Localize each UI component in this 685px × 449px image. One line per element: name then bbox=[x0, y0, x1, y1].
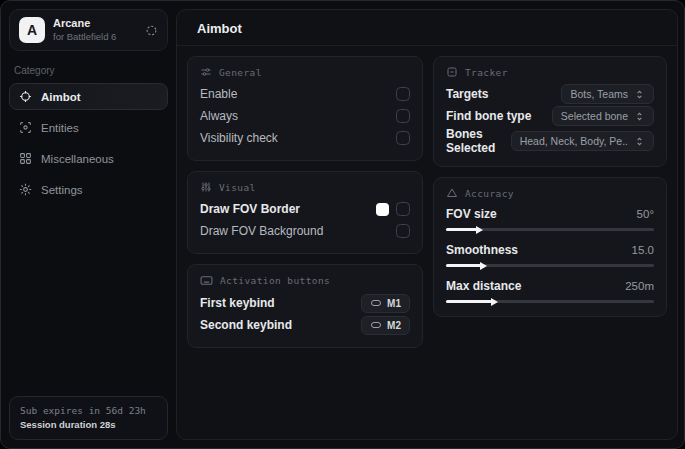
panel-header: Aimbot bbox=[177, 10, 677, 46]
smoothness-slider[interactable] bbox=[446, 264, 654, 267]
page-title: Aimbot bbox=[197, 21, 657, 36]
first-keybind-row: First keybind M1 bbox=[200, 292, 410, 314]
accuracy-card-header: Accuracy bbox=[446, 187, 654, 199]
sidebar-item-label: Entities bbox=[41, 122, 79, 134]
fov-size-label: FOV size bbox=[446, 207, 497, 221]
sidebar-item-aimbot[interactable]: Aimbot bbox=[9, 83, 168, 110]
mouse-icon bbox=[370, 319, 382, 331]
smoothness-value: 15.0 bbox=[632, 244, 654, 256]
smoothness-header: Smoothness 15.0 bbox=[446, 240, 654, 260]
second-keybind-label: Second keybind bbox=[200, 318, 292, 332]
triangle-icon bbox=[446, 187, 458, 199]
fov-size-header: FOV size 50° bbox=[446, 204, 654, 224]
max-distance-row: Max distance 250m bbox=[446, 276, 654, 303]
sidebar-spacer bbox=[9, 203, 168, 396]
fov-size-row: FOV size 50° bbox=[446, 204, 654, 231]
square-minus-icon bbox=[446, 66, 458, 78]
app-name: Arcane bbox=[53, 17, 137, 31]
draw-fov-border-checkbox[interactable] bbox=[396, 202, 410, 216]
sidebar-item-entities[interactable]: Entities bbox=[9, 114, 168, 141]
find-bone-type-row: Find bone type Selected bone bbox=[446, 105, 654, 127]
targets-row: Targets Bots, Teams bbox=[446, 83, 654, 105]
smoothness-row: Smoothness 15.0 bbox=[446, 240, 654, 267]
find-bone-type-label: Find bone type bbox=[446, 109, 531, 123]
bones-selected-value: Head, Neck, Body, Pe.. bbox=[520, 135, 628, 147]
first-keybind-value: M1 bbox=[387, 298, 401, 309]
main-panel: Aimbot General bbox=[176, 9, 678, 440]
sidebar: A Arcane for Battlefield 6 Category bbox=[1, 1, 176, 448]
enable-row: Enable bbox=[200, 83, 410, 105]
grid-icon bbox=[19, 152, 32, 165]
sub-expiry-text: Sub expires in 56d 23h bbox=[20, 404, 157, 418]
visual-card-title: Visual bbox=[219, 182, 256, 193]
find-bone-type-select[interactable]: Selected bone bbox=[552, 106, 654, 126]
max-distance-slider[interactable] bbox=[446, 300, 654, 303]
draw-fov-border-controls bbox=[376, 202, 410, 216]
column-left: General Enable Always Visibility check bbox=[187, 56, 423, 429]
enable-label: Enable bbox=[200, 87, 237, 101]
sync-icon[interactable] bbox=[145, 24, 158, 37]
second-keybind-value: M2 bbox=[387, 320, 401, 331]
targets-select[interactable]: Bots, Teams bbox=[561, 84, 654, 104]
always-row: Always bbox=[200, 105, 410, 127]
brand-card: A Arcane for Battlefield 6 bbox=[9, 9, 168, 51]
fov-size-value: 50° bbox=[637, 208, 654, 220]
enable-checkbox[interactable] bbox=[396, 87, 410, 101]
max-distance-slider-thumb[interactable] bbox=[491, 298, 498, 306]
first-keybind-label: First keybind bbox=[200, 296, 275, 310]
max-distance-header: Max distance 250m bbox=[446, 276, 654, 296]
draw-fov-background-label: Draw FOV Background bbox=[200, 224, 323, 238]
accuracy-card-title: Accuracy bbox=[465, 188, 514, 199]
subscription-card: Sub expires in 56d 23h Session duration … bbox=[9, 396, 168, 441]
visibility-check-label: Visibility check bbox=[200, 131, 278, 145]
bones-selected-row: Bones Selected Head, Neck, Body, Pe.. bbox=[446, 127, 654, 155]
max-distance-label: Max distance bbox=[446, 279, 521, 293]
draw-fov-border-label: Draw FOV Border bbox=[200, 202, 300, 216]
tracker-card-header: Tracker bbox=[446, 66, 654, 78]
always-label: Always bbox=[200, 109, 238, 123]
tracker-card: Tracker Targets Bots, Teams bbox=[433, 56, 667, 167]
draw-fov-border-row: Draw FOV Border bbox=[200, 198, 410, 220]
draw-fov-background-checkbox[interactable] bbox=[396, 224, 410, 238]
brand-text: Arcane for Battlefield 6 bbox=[53, 17, 137, 43]
always-checkbox[interactable] bbox=[396, 109, 410, 123]
fov-size-slider[interactable] bbox=[446, 228, 654, 231]
accuracy-card: Accuracy FOV size 50° bbox=[433, 177, 667, 317]
max-distance-value: 250m bbox=[625, 280, 654, 292]
fov-border-color-swatch[interactable] bbox=[376, 203, 389, 216]
bones-selected-label: Bones Selected bbox=[446, 127, 511, 155]
activation-card: Activation buttons First keybind M1 bbox=[187, 264, 423, 348]
sidebar-item-label: Aimbot bbox=[41, 91, 81, 103]
chevrons-up-down-icon bbox=[634, 136, 645, 147]
general-card: General Enable Always Visibility check bbox=[187, 56, 423, 161]
bones-selected-select[interactable]: Head, Neck, Body, Pe.. bbox=[511, 131, 654, 151]
targets-label: Targets bbox=[446, 87, 488, 101]
smoothness-label: Smoothness bbox=[446, 243, 518, 257]
smoothness-slider-thumb[interactable] bbox=[480, 262, 487, 270]
category-label: Category bbox=[14, 65, 168, 76]
visibility-check-row: Visibility check bbox=[200, 127, 410, 149]
crosshair-icon bbox=[19, 90, 32, 103]
sidebar-item-settings[interactable]: Settings bbox=[9, 176, 168, 203]
app-logo-letter: A bbox=[27, 22, 37, 38]
mouse-icon bbox=[370, 297, 382, 309]
targets-value: Bots, Teams bbox=[570, 88, 628, 100]
activation-card-header: Activation buttons bbox=[200, 274, 410, 287]
sliders-icon bbox=[200, 66, 212, 78]
visual-card: Visual Draw FOV Border Draw FOV Backgrou… bbox=[187, 171, 423, 254]
chevrons-up-down-icon bbox=[634, 111, 645, 122]
visibility-check-checkbox[interactable] bbox=[396, 131, 410, 145]
app-window: A Arcane for Battlefield 6 Category bbox=[0, 0, 685, 449]
sidebar-item-miscellaneous[interactable]: Miscellaneous bbox=[9, 145, 168, 172]
panel-body: General Enable Always Visibility check bbox=[177, 46, 677, 439]
fov-size-slider-thumb[interactable] bbox=[476, 226, 483, 234]
general-card-header: General bbox=[200, 66, 410, 78]
fov-size-slider-fill bbox=[446, 228, 477, 231]
session-duration-text: Session duration 28s bbox=[20, 418, 157, 432]
smoothness-slider-fill bbox=[446, 264, 481, 267]
keyboard-icon bbox=[200, 274, 213, 287]
tracker-card-title: Tracker bbox=[465, 67, 508, 78]
second-keybind-button[interactable]: M2 bbox=[361, 316, 410, 335]
first-keybind-button[interactable]: M1 bbox=[361, 294, 410, 313]
draw-fov-background-row: Draw FOV Background bbox=[200, 220, 410, 242]
